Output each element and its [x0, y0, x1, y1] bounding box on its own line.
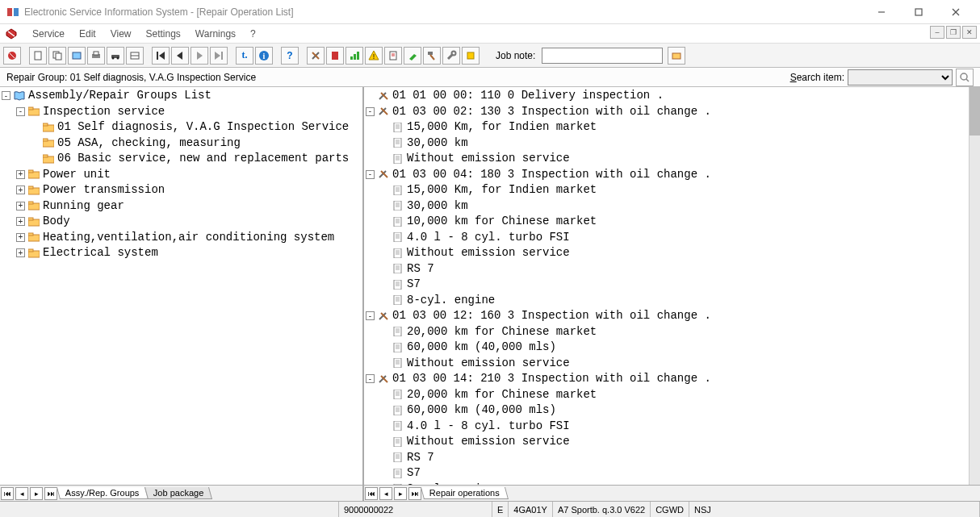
tree-node[interactable]: 15,000 Km, for Indien market [366, 119, 967, 136]
tree-node[interactable]: Without emission service [366, 151, 967, 167]
collapse-icon[interactable]: - [366, 311, 375, 320]
tree-node[interactable]: +Power transmission [2, 182, 361, 198]
collapse-icon[interactable]: - [366, 170, 375, 179]
tree-node[interactable]: 01 01 00 00: 110 0 Delivery inspection . [366, 88, 967, 104]
nav-prev-icon[interactable] [171, 47, 189, 65]
menu-warnings[interactable]: Warnings [189, 27, 242, 41]
collapse-icon[interactable]: - [366, 107, 375, 116]
tree-node[interactable]: -Inspection service [2, 104, 361, 120]
jobnote-input[interactable] [542, 48, 663, 64]
menu-help[interactable]: ? [244, 27, 262, 41]
expand-icon[interactable]: + [16, 217, 25, 226]
expand-icon[interactable]: + [16, 202, 25, 211]
nav-next-icon[interactable] [191, 47, 208, 65]
tree-node[interactable]: S7 [366, 465, 967, 482]
jobnote-browse-icon[interactable] [668, 47, 685, 65]
nav-first-icon[interactable] [152, 47, 170, 65]
tool-redbook-icon[interactable] [326, 47, 344, 65]
tool-chart-icon[interactable] [346, 47, 363, 65]
right-tab-nav-prev[interactable]: ◂ [379, 487, 392, 500]
tree-node[interactable]: 15,000 Km, for Indien market [366, 182, 967, 198]
right-scrollbar[interactable] [969, 87, 980, 485]
tool-tools-icon[interactable] [307, 47, 325, 65]
tree-node[interactable]: 01 Self diagnosis, V.A.G Inspection Serv… [2, 119, 361, 136]
tree-node[interactable]: -Assembly/Repair Groups List [2, 88, 361, 104]
tab-job-package[interactable]: Job package [144, 487, 211, 499]
tool-book-icon[interactable] [68, 47, 86, 65]
search-button[interactable] [956, 69, 974, 86]
menu-service[interactable]: Service [26, 27, 71, 41]
tree-node[interactable]: RS 7 [366, 261, 967, 277]
tree-node[interactable]: 60,000 km (40,000 mls) [366, 402, 967, 419]
mdi-restore-button[interactable]: ❐ [946, 26, 961, 39]
tab-repair-operations[interactable]: Repair operations [421, 487, 509, 499]
tool-t-icon[interactable]: t. [236, 47, 253, 65]
tree-node[interactable]: 20,000 km for Chinese market [366, 324, 967, 340]
tool-interval-icon[interactable] [126, 47, 144, 65]
tool-wrench-green-icon[interactable] [404, 47, 421, 65]
tree-node[interactable]: +Electrical system [2, 245, 361, 261]
menu-edit[interactable]: Edit [73, 27, 103, 41]
tool-info-icon[interactable]: i [255, 47, 273, 65]
tree-node[interactable]: Without emission service [366, 356, 967, 372]
tree-node[interactable]: 06 Basic service, new and replacement pa… [2, 151, 361, 167]
tree-node[interactable]: -01 03 00 14: 210 3 Inspection with oil … [366, 371, 967, 387]
left-tab-nav-prev[interactable]: ◂ [15, 487, 28, 500]
tree-node[interactable]: -01 03 00 04: 180 3 Inspection with oil … [366, 167, 967, 183]
close-button[interactable] [938, 1, 974, 23]
tool-page-icon[interactable] [384, 47, 402, 65]
collapse-icon[interactable]: - [2, 91, 10, 100]
tree-node[interactable]: +Body [2, 214, 361, 230]
tool-stop-icon[interactable] [3, 47, 21, 65]
tree-node[interactable]: 30,000 km [366, 198, 967, 215]
right-tab-nav-first[interactable]: ⏮ [365, 487, 378, 500]
tool-chip-icon[interactable] [462, 47, 480, 65]
menu-settings[interactable]: Settings [140, 27, 187, 41]
tree-node[interactable]: Without emission service [366, 245, 967, 261]
tool-help-icon[interactable]: ? [281, 47, 299, 65]
maximize-button[interactable] [901, 1, 936, 23]
collapse-icon[interactable]: - [366, 374, 375, 383]
tool-copy-icon[interactable] [48, 47, 66, 65]
tree-node[interactable]: 4.0 l - 8 cyl. turbo FSI [366, 419, 967, 435]
tree-node[interactable]: +Heating,ventilation,air conditioning sy… [2, 230, 361, 246]
mdi-minimize-button[interactable]: – [930, 26, 944, 39]
right-tab-nav-next[interactable]: ▸ [394, 487, 407, 500]
expand-icon[interactable]: + [16, 170, 25, 179]
repair-operations-tree[interactable]: 01 01 00 00: 110 0 Delivery inspection .… [364, 87, 980, 485]
tool-print-icon[interactable] [87, 47, 105, 65]
tool-wrench-icon[interactable] [442, 47, 460, 65]
left-tab-nav-next[interactable]: ▸ [30, 487, 43, 500]
search-input[interactable] [848, 69, 953, 85]
left-tab-nav-first[interactable]: ⏮ [1, 487, 14, 500]
tree-node[interactable]: +Running gear [2, 198, 361, 215]
collapse-icon[interactable]: - [16, 107, 25, 116]
menu-view[interactable]: View [104, 27, 138, 41]
tree-node[interactable]: 05 ASA, checking, measuring [2, 136, 361, 152]
tree-node[interactable]: -01 03 00 02: 130 3 Inspection with oil … [366, 104, 967, 120]
tree-node[interactable]: 10,000 km for Chinese market [366, 214, 967, 230]
system-menu-icon[interactable] [5, 27, 18, 40]
tree-node[interactable]: 8-cyl. engine [366, 293, 967, 309]
tool-car-icon[interactable] [107, 47, 124, 65]
tool-new-icon[interactable] [29, 47, 47, 65]
tree-node[interactable]: 20,000 km for Chinese market [366, 387, 967, 403]
tool-warning-icon[interactable]: ! [365, 47, 383, 65]
expand-icon[interactable]: + [16, 233, 25, 242]
tree-node[interactable]: +Power unit [2, 167, 361, 183]
tree-node[interactable]: Without emission service [366, 434, 967, 450]
tree-node[interactable]: 8-cyl. engine [366, 482, 967, 486]
nav-last-icon[interactable] [210, 47, 228, 65]
tree-node[interactable]: 60,000 km (40,000 mls) [366, 340, 967, 356]
tree-node[interactable]: -01 03 00 12: 160 3 Inspection with oil … [366, 308, 967, 324]
tree-node[interactable]: 4.0 l - 8 cyl. turbo FSI [366, 230, 967, 246]
expand-icon[interactable]: + [16, 248, 25, 257]
tree-node[interactable]: 30,000 km [366, 136, 967, 152]
left-tab-nav-last[interactable]: ⏭ [44, 487, 57, 500]
right-tab-nav-last[interactable]: ⏭ [408, 487, 421, 500]
tab-assy-rep-groups[interactable]: Assy./Rep. Groups [57, 487, 149, 499]
mdi-close-button[interactable]: ✕ [962, 26, 977, 39]
expand-icon[interactable]: + [16, 186, 25, 194]
tree-node[interactable]: S7 [366, 277, 967, 293]
tool-hammer-icon[interactable] [423, 47, 441, 65]
